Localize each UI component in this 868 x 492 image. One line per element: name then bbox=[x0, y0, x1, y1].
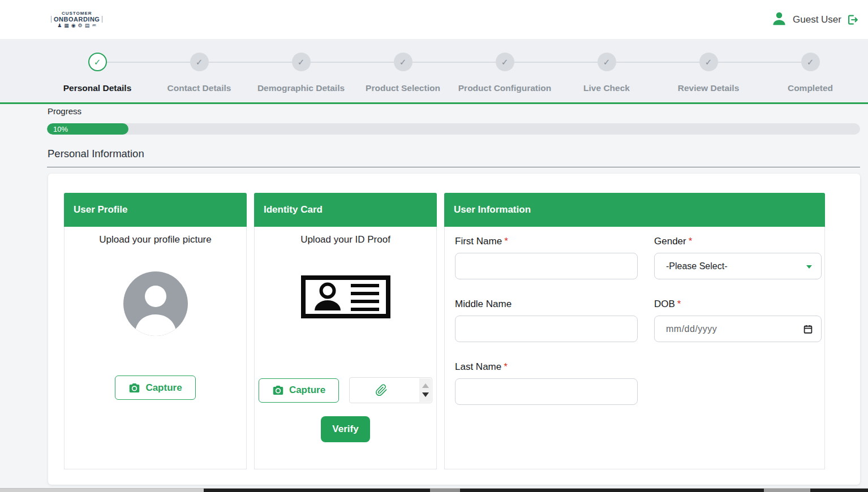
profile-capture-button[interactable]: Capture bbox=[115, 376, 195, 400]
step-label: Contact Details bbox=[143, 83, 256, 93]
user-information-panel: User Information First Name* Gender* bbox=[444, 193, 825, 469]
step-label: Demographic Details bbox=[244, 83, 358, 93]
step-label: Product Selection bbox=[346, 83, 459, 93]
scrollbar-thumb[interactable] bbox=[460, 489, 764, 492]
chevron-down-icon bbox=[806, 265, 812, 269]
step-personal-details[interactable]: ✓ Personal Details bbox=[41, 53, 154, 93]
dob-date-input[interactable]: mm/dd/yyyy bbox=[654, 316, 822, 342]
handshake-icon: ♒ bbox=[92, 23, 96, 28]
step-product-selection[interactable]: ✓ Product Selection bbox=[346, 53, 459, 93]
logo-text-onboarding: ONBOARDING bbox=[51, 16, 102, 23]
user-profile-header: User Profile bbox=[64, 193, 247, 227]
required-asterisk: * bbox=[689, 236, 693, 247]
calendar-icon[interactable] bbox=[803, 324, 813, 334]
check-icon: ✓ bbox=[603, 57, 611, 67]
gear-icon: ⚙ bbox=[78, 23, 83, 28]
camera-icon bbox=[128, 383, 140, 393]
progress-fill: 10% bbox=[47, 123, 128, 135]
first-name-input[interactable] bbox=[455, 253, 638, 279]
gender-select[interactable]: -Please Select- bbox=[654, 253, 822, 279]
last-name-label: Last Name* bbox=[455, 361, 638, 373]
gender-label: Gender* bbox=[654, 236, 822, 247]
check-icon: ✓ bbox=[399, 57, 407, 67]
chart-icon: ▦ bbox=[64, 23, 69, 28]
check-icon: ✓ bbox=[94, 57, 101, 67]
id-upload-hint: Upload your ID Proof bbox=[255, 234, 436, 245]
user-information-header: User Information bbox=[444, 193, 825, 227]
profile-avatar-placeholder bbox=[123, 271, 188, 336]
scrollbar-segment bbox=[430, 489, 460, 492]
onboarding-stepper: ✓ Personal Details ✓ Contact Details ✓ D… bbox=[0, 40, 868, 104]
identity-card-header: Identity Card bbox=[254, 193, 437, 227]
magnifier-icon: ◉ bbox=[71, 23, 76, 28]
step-live-check[interactable]: ✓ Live Check bbox=[550, 53, 663, 93]
required-asterisk: * bbox=[504, 361, 508, 372]
user-profile-panel: User Profile Upload your profile picture bbox=[64, 193, 247, 469]
last-name-input[interactable] bbox=[455, 378, 638, 405]
personal-information-card: User Profile Upload your profile picture bbox=[48, 174, 860, 485]
gender-field: Gender* -Please Select- bbox=[654, 236, 822, 279]
section-divider bbox=[47, 167, 860, 167]
id-card-icon bbox=[301, 275, 390, 318]
progress-percent: 10% bbox=[53, 125, 68, 133]
progress-label: Progress bbox=[48, 106, 81, 116]
camera-icon bbox=[272, 385, 284, 395]
check-icon: ✓ bbox=[298, 57, 305, 67]
required-asterisk: * bbox=[504, 236, 508, 247]
last-name-field: Last Name* bbox=[455, 361, 638, 405]
step-review-details[interactable]: ✓ Review Details bbox=[652, 53, 765, 93]
scrollbar-thumb[interactable] bbox=[204, 489, 430, 492]
page-title: Personal Information bbox=[48, 148, 144, 160]
verify-button[interactable]: Verify bbox=[321, 416, 370, 442]
logout-icon[interactable] bbox=[846, 14, 859, 26]
logo-text-customer: CUSTOMER bbox=[62, 11, 92, 16]
id-capture-button[interactable]: Capture bbox=[259, 378, 339, 403]
step-product-configuration[interactable]: ✓ Product Configuration bbox=[448, 53, 561, 93]
org-chart-icon: ♟ bbox=[57, 23, 62, 28]
paperclip-icon bbox=[375, 384, 388, 396]
file-input-spinner[interactable] bbox=[419, 378, 431, 402]
step-label: Product Configuration bbox=[448, 83, 561, 93]
first-name-label: First Name* bbox=[455, 236, 638, 247]
user-avatar-icon bbox=[771, 10, 788, 29]
gender-selected-value: -Please Select- bbox=[655, 261, 728, 271]
middle-name-field: Middle Name bbox=[455, 299, 638, 342]
step-contact-details[interactable]: ✓ Contact Details bbox=[143, 53, 256, 93]
first-name-field: First Name* bbox=[455, 236, 638, 279]
dob-label: DOB* bbox=[654, 299, 822, 310]
middle-name-input[interactable] bbox=[455, 316, 638, 342]
id-file-input[interactable] bbox=[349, 377, 432, 403]
step-label: Live Check bbox=[550, 83, 663, 93]
dob-field: DOB* mm/dd/yyyy bbox=[654, 299, 822, 342]
user-name: Guest User bbox=[793, 14, 841, 25]
capture-button-label: Capture bbox=[145, 382, 182, 394]
check-icon: ✓ bbox=[705, 57, 712, 67]
app-logo: CUSTOMER ONBOARDING ♟ ▦ ◉ ⚙ ▤ ♒ bbox=[51, 11, 102, 29]
step-completed[interactable]: ✓ Completed bbox=[754, 53, 867, 93]
scrollbar-thumb[interactable] bbox=[810, 489, 868, 492]
step-label: Personal Details bbox=[41, 83, 154, 93]
horizontal-scrollbar[interactable] bbox=[0, 488, 868, 492]
spinner-down-icon[interactable] bbox=[422, 392, 429, 397]
app-header: CUSTOMER ONBOARDING ♟ ▦ ◉ ⚙ ▤ ♒ Guest Us… bbox=[0, 0, 868, 40]
step-demographic-details[interactable]: ✓ Demographic Details bbox=[244, 53, 358, 93]
capture-button-label: Capture bbox=[289, 385, 325, 396]
check-icon: ✓ bbox=[807, 57, 814, 67]
spinner-up-icon[interactable] bbox=[422, 383, 429, 388]
progress-bar: 10% bbox=[47, 123, 860, 135]
check-icon: ✓ bbox=[501, 57, 509, 67]
logo-mini-icons: ♟ ▦ ◉ ⚙ ▤ ♒ bbox=[57, 23, 96, 28]
profile-upload-hint: Upload your profile picture bbox=[65, 234, 246, 245]
dob-placeholder: mm/dd/yyyy bbox=[655, 324, 717, 334]
step-label: Completed bbox=[754, 83, 867, 93]
required-asterisk: * bbox=[677, 299, 681, 309]
identity-card-panel: Identity Card Upload your ID Proof bbox=[254, 193, 437, 469]
list-icon: ▤ bbox=[85, 23, 90, 28]
scrollbar-segment bbox=[764, 489, 810, 492]
step-label: Review Details bbox=[652, 83, 765, 93]
user-menu: Guest User bbox=[771, 10, 859, 29]
check-icon: ✓ bbox=[196, 57, 203, 67]
middle-name-label: Middle Name bbox=[455, 299, 638, 310]
